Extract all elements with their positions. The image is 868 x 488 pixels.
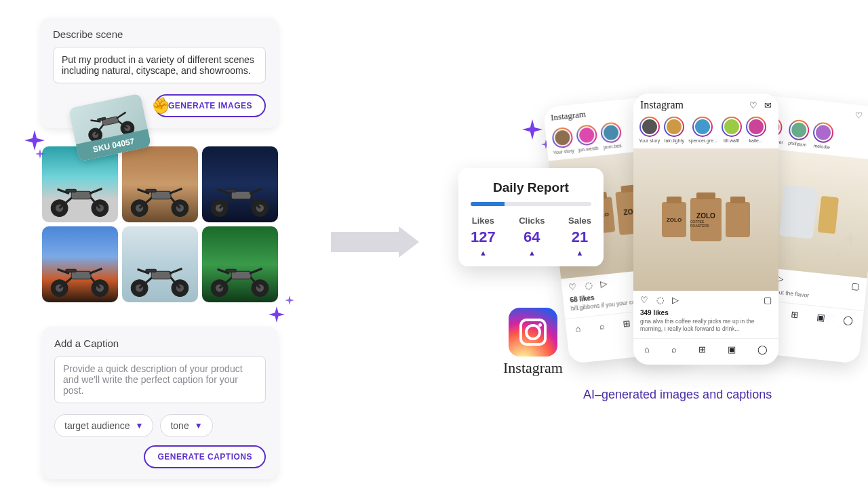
search-icon[interactable]: ⌕ [599, 321, 606, 331]
profile-icon[interactable]: ◯ [843, 314, 854, 325]
metric-likes: Likes 127 ▲ [471, 216, 496, 257]
add-icon[interactable]: ⊞ [791, 309, 800, 320]
heart-icon: ♡ [854, 110, 864, 121]
home-icon[interactable]: ⌂ [644, 344, 650, 354]
chevron-down-icon: ▼ [136, 421, 144, 430]
instagram-app-icon [509, 308, 557, 357]
motorcycle-icon [125, 174, 195, 220]
metric-sales: Sales 21 ▲ [568, 216, 591, 257]
search-icon[interactable]: ⌕ [671, 344, 677, 354]
message-icon: ✉ [764, 100, 772, 110]
report-title: Daily Report [471, 180, 591, 195]
reels-icon[interactable]: ▣ [816, 312, 826, 323]
scene-input[interactable] [53, 47, 266, 83]
trend-up-icon: ▲ [568, 249, 591, 257]
trend-up-icon: ▲ [519, 249, 545, 257]
trend-up-icon: ▲ [471, 249, 496, 257]
share-icon[interactable]: ▷ [600, 279, 608, 289]
heart-icon[interactable]: ♡ [640, 295, 648, 305]
generated-image-grid [42, 146, 278, 302]
feed-image: ZOLO ZOLOCOFFEE ROASTERS [633, 148, 778, 291]
progress-bar [471, 202, 591, 206]
sparkle-icon [285, 296, 294, 305]
sparkle-icon [35, 149, 45, 159]
home-icon[interactable]: ⌂ [575, 323, 581, 334]
heart-icon: ♡ [749, 100, 757, 110]
motorcycle-icon [125, 254, 195, 300]
tagline-text: AI–generated images and captions [583, 388, 772, 402]
motorcycle-icon [205, 174, 275, 220]
generated-image-5[interactable] [122, 226, 198, 302]
generated-image-4[interactable] [42, 226, 118, 302]
post-actions: ♡◌▷ ▢ [633, 291, 778, 309]
instagram-logo: Instagram [550, 108, 586, 123]
likes-count: 349 likes [633, 309, 778, 317]
share-icon[interactable]: ▷ [672, 295, 679, 305]
generate-images-button[interactable]: GENERATE IMAGES [155, 94, 266, 117]
motorcycle-icon [205, 254, 275, 300]
target-audience-label: target audience [64, 420, 130, 431]
bottom-nav: ⌂⌕⊞▣◯ [633, 338, 778, 360]
generated-image-6[interactable] [202, 226, 278, 302]
describe-scene-title: Describe scene [53, 28, 266, 40]
add-icon[interactable]: ⊞ [623, 318, 631, 329]
target-audience-select[interactable]: target audience ▼ [54, 414, 153, 437]
generated-image-3[interactable] [202, 146, 278, 222]
stories-row: Your story tain.lighty spencer.gre... ti… [633, 114, 778, 148]
instagram-wordmark: Instagram [503, 359, 563, 377]
daily-report-card: Daily Report Likes 127 ▲ Clicks 64 ▲ Sal… [458, 168, 604, 266]
motorcycle-icon [45, 174, 115, 220]
reels-icon[interactable]: ▣ [728, 344, 736, 354]
add-caption-card: Add a Caption target audience ▼ tone ▼ G… [42, 327, 278, 479]
tone-select[interactable]: tone ▼ [160, 414, 212, 437]
add-caption-title: Add a Caption [54, 338, 266, 349]
bookmark-icon[interactable]: ▢ [764, 295, 772, 305]
add-icon[interactable]: ⊞ [698, 344, 706, 354]
motorcycle-icon [45, 254, 115, 300]
sparkle-icon [24, 130, 45, 150]
flow-arrow-icon [331, 226, 426, 258]
sparkle-icon [269, 306, 285, 323]
caption-input[interactable] [54, 356, 266, 403]
bookmark-icon[interactable]: ▢ [851, 281, 861, 291]
chevron-down-icon: ▼ [195, 421, 203, 430]
generated-image-2[interactable] [122, 146, 198, 222]
heart-icon[interactable]: ♡ [568, 281, 578, 292]
generate-captions-button[interactable]: GENERATE CAPTIONS [144, 445, 266, 468]
instagram-badge: Instagram [503, 308, 563, 377]
comment-icon[interactable]: ◌ [585, 280, 593, 291]
metric-clicks: Clicks 64 ▲ [519, 216, 545, 257]
instagram-phone-center: Instagram ♡✉ Your story tain.lighty spen… [633, 94, 778, 365]
instagram-logo: Instagram [640, 99, 684, 111]
profile-icon[interactable]: ◯ [757, 344, 768, 354]
post-caption: gina.alva this coffee really picks me up… [633, 317, 778, 338]
sparkle-icon [522, 119, 542, 140]
tone-label: tone [170, 420, 189, 431]
comment-icon[interactable]: ◌ [656, 295, 664, 305]
